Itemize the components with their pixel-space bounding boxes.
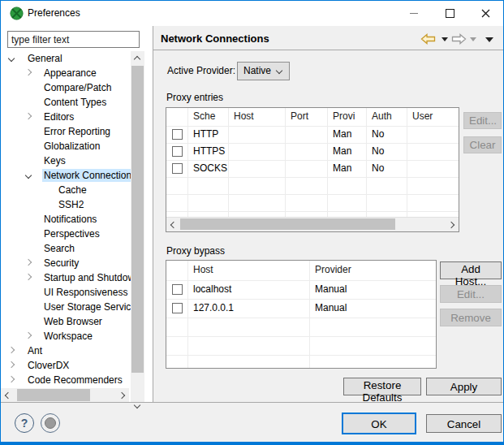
table-cell <box>407 195 459 211</box>
sidebar-item-error-reporting[interactable]: Error Reporting <box>1 124 131 139</box>
row-checkbox[interactable] <box>172 129 183 140</box>
proxy-bypass-remove-button[interactable]: Remove <box>440 309 502 326</box>
forward-arrow-icon[interactable] <box>451 33 467 45</box>
vertical-scroll-thumb[interactable] <box>131 66 144 373</box>
chevron-right-icon[interactable] <box>25 274 32 280</box>
table-cell: HTTP <box>188 127 229 143</box>
sidebar-item-keys[interactable]: Keys <box>1 153 131 168</box>
chevron-right-icon[interactable] <box>8 376 15 382</box>
ok-button[interactable]: OK <box>342 413 416 434</box>
forward-history-dropdown-icon[interactable] <box>470 37 476 41</box>
checkbox-cell <box>166 127 188 143</box>
table-cell <box>286 178 328 194</box>
sidebar-item-globalization[interactable]: Globalization <box>1 139 131 153</box>
table-cell <box>310 318 436 336</box>
add-host-button[interactable]: Add Host... <box>440 261 502 279</box>
chevron-down-icon[interactable] <box>8 55 15 62</box>
checkbox-column-header[interactable] <box>166 261 188 280</box>
column-header[interactable]: Host <box>229 108 286 126</box>
row-checkbox[interactable] <box>172 284 183 295</box>
chevron-right-icon[interactable] <box>25 332 32 339</box>
checkbox-cell <box>166 144 188 160</box>
maximize-button[interactable] <box>432 1 467 25</box>
column-header[interactable]: Host <box>188 261 310 280</box>
column-header[interactable]: Port <box>286 108 328 126</box>
sidebar-item-cloverdx[interactable]: CloverDX <box>1 358 131 373</box>
sidebar-item-content-types[interactable]: Content Types <box>1 95 131 110</box>
chevron-right-icon[interactable] <box>25 113 32 119</box>
table-cell: Manual <box>310 300 436 318</box>
sidebar-item-label: Search <box>42 242 76 255</box>
sidebar-item-label: Notifications <box>42 213 98 226</box>
sidebar-item-compare-patch[interactable]: Compare/Patch <box>1 80 131 95</box>
chevron-right-icon[interactable] <box>8 347 15 353</box>
checkbox-column-header[interactable] <box>166 108 188 126</box>
scroll-up-icon[interactable] <box>134 56 140 63</box>
chevron-down-icon[interactable] <box>25 172 32 179</box>
table-row[interactable]: localhostManual <box>166 281 436 300</box>
sidebar-item-label: Globalization <box>42 140 101 153</box>
cancel-button[interactable]: Cancel <box>426 414 502 433</box>
column-header[interactable]: Provider <box>310 261 436 280</box>
scroll-left-icon[interactable] <box>5 392 11 399</box>
scroll-left-icon[interactable] <box>170 222 177 228</box>
table-cell <box>407 127 459 143</box>
help-button[interactable]: ? <box>15 413 34 433</box>
scroll-right-icon[interactable] <box>448 222 454 228</box>
tree-vertical-scrollbar <box>131 51 144 413</box>
back-arrow-icon[interactable] <box>420 33 436 45</box>
table-row[interactable]: SOCKSManNo <box>166 161 459 178</box>
table-row[interactable]: 127.0.0.1Manual <box>166 300 436 318</box>
sidebar-item-ssh2[interactable]: SSH2 <box>1 197 131 212</box>
gray-circle-icon <box>45 417 56 429</box>
column-header[interactable]: Sche <box>188 108 229 126</box>
restore-defaults-button[interactable]: Restore Defaults <box>343 378 421 395</box>
proxy-bypass-edit-button[interactable]: Edit... <box>440 285 502 303</box>
scroll-down-icon[interactable] <box>134 402 140 408</box>
checkbox-cell <box>166 300 188 318</box>
sidebar-item-security[interactable]: Security <box>1 256 131 270</box>
row-checkbox[interactable] <box>172 146 183 157</box>
back-history-dropdown-icon[interactable] <box>442 37 448 41</box>
chevron-right-icon[interactable] <box>8 361 15 368</box>
proxy-entries-edit-button[interactable]: Edit... <box>463 112 502 129</box>
filter-input[interactable] <box>7 31 140 48</box>
sidebar-item-ant[interactable]: Ant <box>1 343 131 358</box>
proxy-entries-clear-button[interactable]: Clear <box>463 136 502 153</box>
column-header[interactable]: Provi <box>328 108 367 126</box>
sidebar-item-cache[interactable]: Cache <box>1 183 131 197</box>
minimize-button[interactable] <box>396 1 432 25</box>
sidebar-item-notifications[interactable]: Notifications <box>1 212 131 227</box>
sidebar-item-startup-and-shutdown[interactable]: Startup and Shutdown <box>1 270 131 285</box>
table-cell: localhost <box>188 281 310 299</box>
sidebar-item-editors[interactable]: Editors <box>1 110 131 124</box>
sidebar-item-search[interactable]: Search <box>1 241 131 256</box>
column-header[interactable]: Auth <box>367 108 407 126</box>
scroll-right-icon[interactable] <box>118 392 125 399</box>
sidebar-item-perspectives[interactable]: Perspectives <box>1 227 131 241</box>
sidebar-item-code-recommenders[interactable]: Code Recommenders <box>1 373 131 387</box>
row-checkbox[interactable] <box>172 303 183 313</box>
sidebar-item-workspace[interactable]: Workspace <box>1 329 131 343</box>
table-row[interactable]: HTTPSManNo <box>166 144 459 161</box>
sidebar-item-ui-responsiveness-m[interactable]: UI Responsiveness M <box>1 285 131 300</box>
checkbox-cell <box>166 161 188 177</box>
active-provider-select[interactable]: Native <box>237 62 290 80</box>
chevron-right-icon[interactable] <box>25 69 32 76</box>
horizontal-scroll-thumb[interactable] <box>180 218 395 230</box>
apply-button[interactable]: Apply <box>426 378 502 395</box>
row-checkbox[interactable] <box>172 163 183 174</box>
horizontal-scroll-thumb[interactable] <box>17 389 90 401</box>
close-button[interactable] <box>467 1 503 25</box>
sidebar-item-web-browser[interactable]: Web Browser <box>1 314 131 329</box>
secondary-round-button[interactable] <box>41 413 60 433</box>
table-row[interactable]: HTTPManNo <box>166 127 459 144</box>
chevron-right-icon[interactable] <box>25 259 32 266</box>
column-header[interactable]: User <box>407 108 459 126</box>
sidebar-item-general[interactable]: General <box>1 51 131 66</box>
sidebar-item-user-storage-service[interactable]: User Storage Service <box>1 300 131 314</box>
sidebar-item-network-connections[interactable]: Network Connections <box>1 168 131 183</box>
view-menu-icon[interactable] <box>485 37 493 42</box>
sidebar-item-appearance[interactable]: Appearance <box>1 66 131 80</box>
window-bottom-border <box>1 442 504 444</box>
